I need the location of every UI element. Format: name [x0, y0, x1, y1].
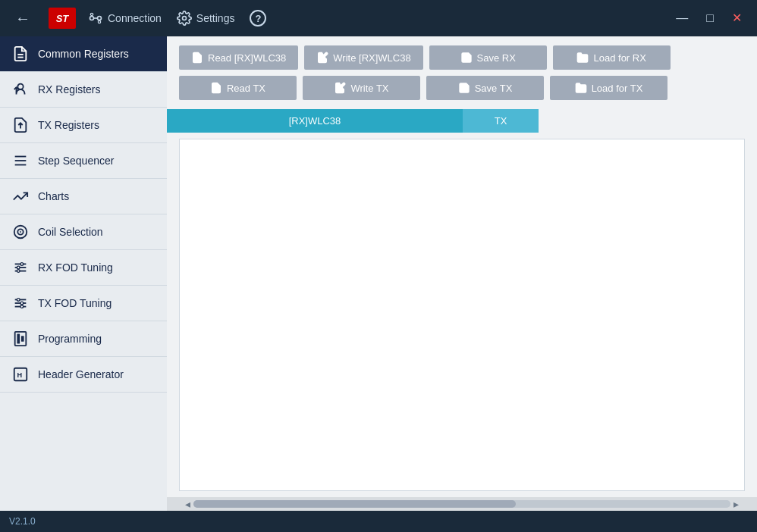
- connection-label: Connection: [108, 12, 162, 24]
- app-body: Common Registers RX Registers TX Registe…: [0, 36, 757, 511]
- rx-tab[interactable]: [RX]WLC38: [167, 109, 463, 133]
- sidebar-item-step-sequencer[interactable]: Step Sequencer: [0, 143, 167, 179]
- write-rx-icon: [316, 52, 328, 64]
- write-tx-label: Write TX: [350, 83, 388, 94]
- st-logo: ST: [49, 8, 76, 29]
- common-registers-icon: [12, 45, 29, 62]
- title-bar: ← ST Connection: [0, 0, 757, 36]
- title-bar-controls: — □ ✕: [670, 9, 748, 27]
- sidebar-label-charts: Charts: [38, 190, 69, 202]
- read-rx-button[interactable]: Read [RX]WLC38: [179, 45, 298, 70]
- svg-point-17: [20, 231, 21, 233]
- load-rx-label: Load for RX: [593, 52, 645, 64]
- scroll-left-arrow[interactable]: ◂: [182, 498, 193, 510]
- settings-label: Settings: [196, 12, 235, 24]
- connection-nav-item[interactable]: Connection: [88, 11, 162, 26]
- sidebar-label-rx-registers: RX Registers: [38, 83, 100, 95]
- connection-icon: [88, 11, 103, 26]
- save-tx-icon: [458, 82, 470, 94]
- read-tx-label: Read TX: [227, 83, 265, 94]
- scrollbar-area: ◂ ▸: [167, 497, 757, 511]
- rx-registers-icon: [12, 81, 29, 98]
- step-sequencer-icon: [12, 152, 29, 169]
- svg-point-28: [17, 299, 20, 302]
- sidebar-item-header-generator[interactable]: H Header Generator: [0, 357, 167, 393]
- sidebar-item-common-registers[interactable]: Common Registers: [0, 36, 167, 72]
- sidebar: Common Registers RX Registers TX Registe…: [0, 36, 167, 511]
- read-tx-icon: [210, 82, 222, 94]
- title-bar-left: ← ST Connection: [9, 8, 266, 29]
- sidebar-label-common-registers: Common Registers: [38, 48, 129, 60]
- sidebar-item-rx-registers[interactable]: RX Registers: [0, 72, 167, 108]
- write-rx-button[interactable]: Write [RX]WLC38: [304, 45, 422, 70]
- content-panel: [179, 139, 745, 491]
- close-button[interactable]: ✕: [726, 9, 748, 27]
- toolbar-row-1: Read [RX]WLC38 Write [RX]WLC38 Save: [179, 45, 745, 70]
- rx-fod-tuning-icon: [12, 259, 29, 276]
- read-tx-button[interactable]: Read TX: [179, 76, 297, 100]
- sidebar-label-tx-registers: TX Registers: [38, 119, 99, 131]
- svg-point-0: [90, 17, 94, 20]
- sidebar-item-coil-selection[interactable]: Coil Selection: [0, 214, 167, 250]
- sidebar-label-coil-selection: Coil Selection: [38, 226, 103, 238]
- sidebar-item-tx-registers[interactable]: TX Registers: [0, 108, 167, 143]
- toolbar-row-2: Read TX Write TX Save TX: [179, 76, 745, 100]
- sidebar-label-tx-fod-tuning: TX FOD Tuning: [38, 297, 112, 309]
- read-rx-label: Read [RX]WLC38: [208, 52, 286, 64]
- load-tx-icon: [575, 82, 587, 94]
- sidebar-item-tx-fod-tuning[interactable]: TX FOD Tuning: [0, 286, 167, 321]
- maximize-button[interactable]: □: [700, 9, 720, 27]
- charts-icon: [12, 188, 29, 205]
- programming-icon: [12, 330, 29, 347]
- write-tx-button[interactable]: Write TX: [303, 76, 420, 100]
- tx-registers-icon: [12, 117, 29, 133]
- svg-point-1: [98, 17, 102, 20]
- sidebar-label-header-generator: Header Generator: [38, 368, 124, 380]
- sidebar-item-programming[interactable]: Programming: [0, 321, 167, 357]
- scrollbar-thumb[interactable]: [193, 500, 516, 508]
- toolbar: Read [RX]WLC38 Write [RX]WLC38 Save: [167, 36, 757, 109]
- save-rx-button[interactable]: Save RX: [429, 45, 547, 70]
- rx-tab-label: [RX]WLC38: [289, 115, 341, 127]
- settings-nav-item[interactable]: Settings: [177, 11, 235, 26]
- minimize-button[interactable]: —: [670, 9, 694, 27]
- tx-tab[interactable]: TX: [463, 109, 539, 133]
- status-bar: V2.1.0: [0, 511, 757, 532]
- read-rx-icon: [191, 52, 203, 64]
- load-tx-button[interactable]: Load for TX: [550, 76, 667, 100]
- coil-selection-icon: [12, 224, 29, 240]
- scroll-right-arrow[interactable]: ▸: [730, 498, 742, 510]
- svg-rect-30: [15, 332, 27, 346]
- svg-rect-32: [21, 336, 24, 341]
- sidebar-label-programming: Programming: [38, 333, 102, 345]
- save-rx-icon: [460, 52, 473, 64]
- write-tx-icon: [334, 82, 346, 94]
- sidebar-label-rx-fod-tuning: RX FOD Tuning: [38, 261, 113, 274]
- save-rx-label: Save RX: [477, 52, 516, 64]
- svg-rect-31: [17, 334, 20, 344]
- title-bar-nav: Connection Settings ?: [88, 10, 266, 27]
- version-label: V2.1.0: [9, 516, 36, 527]
- settings-icon: [177, 11, 192, 26]
- sidebar-label-step-sequencer: Step Sequencer: [38, 155, 114, 167]
- load-tx-label: Load for TX: [592, 83, 643, 94]
- back-button[interactable]: ←: [9, 8, 36, 29]
- scrollbar-track[interactable]: [193, 500, 730, 508]
- sidebar-item-rx-fod-tuning[interactable]: RX FOD Tuning: [0, 250, 167, 286]
- tab-container: [RX]WLC38 TX: [167, 109, 757, 133]
- save-tx-button[interactable]: Save TX: [426, 76, 544, 100]
- tx-fod-tuning-icon: [12, 295, 29, 311]
- svg-point-27: [20, 302, 24, 305]
- main-content: Read [RX]WLC38 Write [RX]WLC38 Save: [167, 36, 757, 511]
- sidebar-item-charts[interactable]: Charts: [0, 179, 167, 214]
- help-nav-item[interactable]: ?: [250, 10, 266, 27]
- save-tx-label: Save TX: [475, 83, 513, 94]
- svg-point-29: [20, 305, 24, 308]
- svg-point-5: [98, 20, 100, 23]
- load-rx-button[interactable]: Load for RX: [553, 45, 671, 70]
- svg-point-21: [17, 266, 20, 269]
- header-generator-icon: H: [12, 366, 29, 383]
- tx-tab-label: TX: [495, 115, 507, 127]
- content-area: [167, 133, 757, 497]
- svg-text:H: H: [17, 371, 22, 379]
